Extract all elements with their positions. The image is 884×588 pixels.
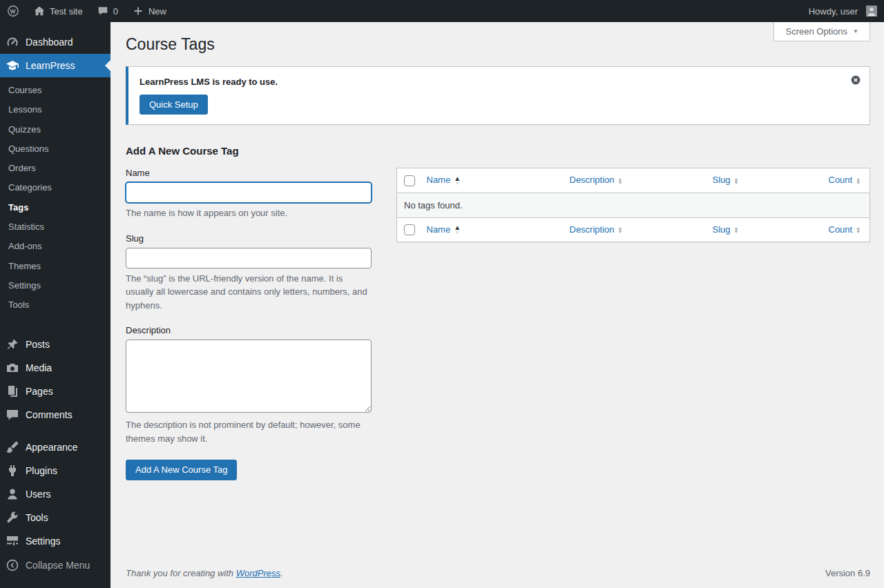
sidebar-subitem-questions[interactable]: Questions bbox=[0, 139, 110, 159]
name-field-group: Name The name is how it appears on your … bbox=[126, 168, 372, 220]
footer-thanks: Thank you for creating with WordPress. bbox=[126, 568, 283, 578]
add-tag-form: Name The name is how it appears on your … bbox=[126, 168, 372, 480]
sidebar-item-media[interactable]: Media bbox=[0, 356, 110, 380]
page-footer: Thank you for creating with WordPress. V… bbox=[110, 560, 884, 588]
collapse-arrow-icon bbox=[6, 558, 19, 572]
table-footer-row: Name ▲▼ Description ▲▼ bbox=[397, 217, 870, 242]
content-body: Course Tags LearnPress LMS is ready to u… bbox=[110, 22, 884, 560]
select-all-checkbox[interactable] bbox=[404, 175, 415, 186]
screen-options-label: Screen Options bbox=[785, 26, 847, 37]
column-label-count: Count bbox=[829, 224, 853, 236]
admin-bar: Test site 0 New Howdy, user bbox=[0, 0, 884, 22]
table-header-row: Name ▲▼ Description ▲▼ bbox=[397, 168, 870, 193]
description-textarea[interactable] bbox=[126, 340, 372, 413]
sidebar-subitem-categories[interactable]: Categories bbox=[0, 178, 110, 197]
description-help-text: The description is not prominent by defa… bbox=[126, 418, 372, 445]
sort-by-description-footer[interactable]: Description ▲▼ bbox=[570, 224, 623, 236]
add-course-tag-button[interactable]: Add A New Course Tag bbox=[126, 460, 237, 480]
slug-help-text: The “slug” is the URL-friendly version o… bbox=[126, 272, 372, 313]
wordpress-logo-icon bbox=[7, 5, 19, 17]
admin-bar-left: Test site 0 New bbox=[0, 0, 173, 22]
column-label-count: Count bbox=[829, 174, 853, 186]
sidebar-item-pages[interactable]: Pages bbox=[0, 380, 110, 403]
column-label-slug: Slug bbox=[713, 224, 731, 236]
version-text: Version 6.9 bbox=[825, 568, 870, 578]
chevron-down-icon: ▼ bbox=[853, 28, 858, 35]
sidebar-item-posts[interactable]: Posts bbox=[0, 333, 110, 356]
name-help-text: The name is how it appears on your site. bbox=[126, 206, 372, 220]
sort-by-slug-header[interactable]: Slug ▲▼ bbox=[713, 174, 739, 186]
dismiss-notice-icon[interactable] bbox=[850, 75, 861, 86]
comments-count: 0 bbox=[113, 6, 118, 17]
settings-icon bbox=[6, 534, 19, 548]
howdy-text: Howdy, user bbox=[809, 6, 858, 17]
sidebar-subitem-themes[interactable]: Themes bbox=[0, 257, 110, 276]
menu-separator bbox=[0, 427, 110, 435]
sidebar-subitem-addons[interactable]: Add-ons bbox=[0, 237, 110, 256]
my-account-link[interactable]: Howdy, user bbox=[802, 0, 884, 22]
sidebar-item-appearance[interactable]: Appearance bbox=[0, 435, 110, 459]
menu-separator bbox=[0, 324, 110, 333]
sidebar-item-settings[interactable]: Settings bbox=[0, 529, 110, 553]
select-all-checkbox-footer[interactable] bbox=[404, 224, 415, 235]
sort-ascending-icon: ▲▼ bbox=[454, 176, 461, 185]
sidebar-item-plugins[interactable]: Plugins bbox=[0, 459, 110, 482]
dashboard-icon bbox=[6, 35, 19, 49]
main-content: Screen Options ▼ Course Tags LearnPress … bbox=[110, 0, 884, 588]
sort-by-name-header[interactable]: Name ▲▼ bbox=[427, 174, 461, 186]
column-label-description: Description bbox=[570, 174, 615, 186]
sidebar-item-comments[interactable]: Comments bbox=[0, 403, 110, 427]
sidebar-item-tools[interactable]: Tools bbox=[0, 506, 110, 529]
sidebar-item-media-label: Media bbox=[26, 362, 52, 373]
sidebar-subitem-statistics[interactable]: Statistics bbox=[0, 217, 110, 237]
sidebar-subitem-lessons[interactable]: Lessons bbox=[0, 100, 110, 119]
sortable-icon: ▲▼ bbox=[618, 226, 623, 233]
sort-by-count-header[interactable]: Count ▲▼ bbox=[829, 174, 861, 186]
comment-bubble-icon bbox=[97, 5, 109, 17]
empty-table-row: No tags found. bbox=[397, 193, 870, 217]
plugins-icon bbox=[6, 464, 19, 478]
footer-thanks-text: Thank you for creating with bbox=[126, 568, 236, 578]
pages-icon bbox=[6, 384, 19, 398]
sidebar-subitem-orders[interactable]: Orders bbox=[0, 159, 110, 178]
tags-table: Name ▲▼ Description ▲▼ bbox=[396, 168, 870, 242]
sidebar-item-learnpress-label: LearnPress bbox=[26, 60, 75, 71]
footer-thanks-period: . bbox=[280, 568, 283, 578]
sidebar-subitem-tags[interactable]: Tags bbox=[0, 198, 110, 217]
sidebar-item-learnpress[interactable]: LearnPress bbox=[0, 54, 110, 77]
new-content-link[interactable]: New bbox=[125, 0, 173, 22]
sidebar: Dashboard LearnPress Courses Lessons Qui… bbox=[0, 22, 110, 588]
sidebar-item-dashboard-label: Dashboard bbox=[26, 37, 73, 48]
sidebar-item-settings-label: Settings bbox=[26, 536, 61, 547]
sidebar-item-appearance-label: Appearance bbox=[26, 442, 78, 453]
comments-link[interactable]: 0 bbox=[90, 0, 125, 22]
name-label: Name bbox=[126, 168, 372, 178]
learnpress-icon bbox=[6, 59, 19, 72]
site-name-link[interactable]: Test site bbox=[26, 0, 90, 22]
collapse-menu-button[interactable]: Collapse Menu bbox=[0, 553, 110, 577]
sidebar-subitem-courses[interactable]: Courses bbox=[0, 81, 110, 100]
sortable-icon: ▲▼ bbox=[734, 226, 739, 233]
quick-setup-button[interactable]: Quick Setup bbox=[140, 95, 208, 115]
name-input[interactable] bbox=[126, 182, 372, 203]
sort-by-count-footer[interactable]: Count ▲▼ bbox=[829, 224, 861, 236]
column-label-name: Name bbox=[427, 224, 451, 236]
wordpress-link[interactable]: WordPress bbox=[236, 568, 280, 578]
sidebar-item-dashboard[interactable]: Dashboard bbox=[0, 30, 110, 54]
plus-icon bbox=[132, 5, 144, 17]
sort-by-slug-footer[interactable]: Slug ▲▼ bbox=[713, 224, 739, 236]
sidebar-subitem-tools[interactable]: Tools bbox=[0, 295, 110, 315]
screen-options-button[interactable]: Screen Options ▼ bbox=[774, 22, 870, 41]
sidebar-subitem-quizzes[interactable]: Quizzes bbox=[0, 120, 110, 139]
sidebar-subitem-settings[interactable]: Settings bbox=[0, 276, 110, 295]
sort-by-name-footer[interactable]: Name ▲▼ bbox=[427, 224, 461, 236]
collapse-menu-label: Collapse Menu bbox=[26, 560, 90, 571]
sortable-icon: ▲▼ bbox=[856, 177, 861, 184]
column-label-description: Description bbox=[570, 224, 615, 236]
sort-by-description-header[interactable]: Description ▲▼ bbox=[570, 174, 623, 186]
sortable-icon: ▲▼ bbox=[618, 177, 623, 184]
sidebar-item-users[interactable]: Users bbox=[0, 482, 110, 506]
slug-input[interactable] bbox=[126, 248, 372, 268]
tags-table-wrap: Name ▲▼ Description ▲▼ bbox=[396, 168, 870, 242]
wordpress-logo-button[interactable] bbox=[0, 0, 26, 22]
